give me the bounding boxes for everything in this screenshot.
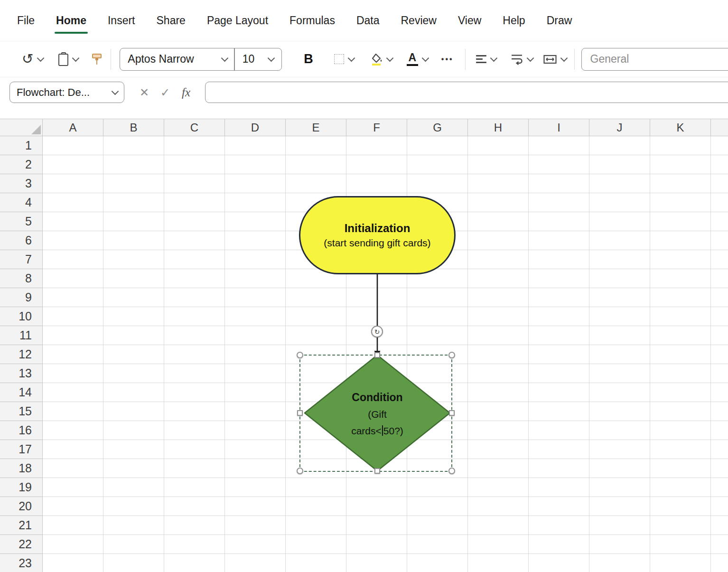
rotate-handle[interactable]: ↻: [371, 326, 383, 338]
decision-title: Condition: [311, 389, 444, 406]
handle-bottom-left[interactable]: [297, 468, 303, 474]
handle-top-right[interactable]: [448, 352, 455, 358]
handle-bottom-middle[interactable]: [374, 468, 380, 474]
drawing-layer: Initialization (start sending gift cards…: [0, 0, 728, 572]
handle-top-left[interactable]: [297, 352, 303, 358]
decision-line3: cards<50?): [311, 422, 444, 439]
text-caret: [382, 425, 383, 436]
handle-right-middle[interactable]: [449, 410, 455, 416]
start-shape-title: Initialization: [345, 222, 411, 235]
decision-line2: (Gift: [311, 406, 444, 422]
handle-bottom-right[interactable]: [448, 468, 455, 474]
start-shape-subtitle: (start sending gift cards): [324, 237, 430, 249]
handle-top-middle[interactable]: [374, 352, 380, 358]
rotate-icon: ↻: [374, 328, 380, 336]
start-shape[interactable]: Initialization (start sending gift cards…: [299, 196, 456, 274]
handle-left-middle[interactable]: [297, 410, 303, 416]
connector-arrow[interactable]: [370, 273, 385, 359]
decision-shape-text: Condition (Gift cards<50?): [311, 389, 444, 439]
